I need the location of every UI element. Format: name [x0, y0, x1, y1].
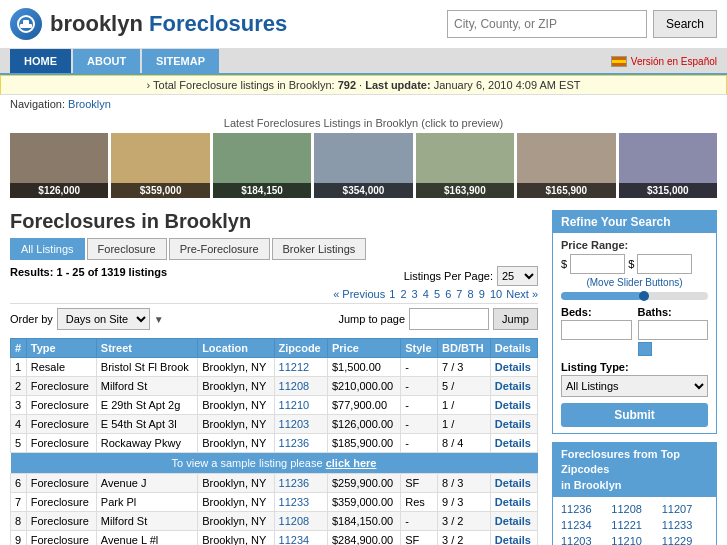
details-link[interactable]: Details: [495, 380, 531, 392]
zipcode-link[interactable]: 11212: [279, 361, 310, 373]
col-street: Street: [96, 339, 197, 358]
tab-pre-foreclosure[interactable]: Pre-Foreclosure: [169, 238, 270, 260]
prev-link[interactable]: « Previous: [333, 288, 385, 300]
featured-item-6[interactable]: $165,900: [517, 133, 615, 198]
breadcrumb: Navigation: Brooklyn: [0, 95, 727, 113]
listings-table: # Type Street Location Zipcode Price Sty…: [10, 338, 538, 545]
zipcode-item-3[interactable]: 11207: [662, 503, 708, 515]
zipcode-grid: 11236 11208 11207 11234 11221 11233 1120…: [561, 503, 708, 545]
featured-item-1[interactable]: $126,000: [10, 133, 108, 198]
zipcode-link[interactable]: 11203: [279, 418, 310, 430]
main-layout: Foreclosures in Brooklyn All Listings Fo…: [0, 204, 727, 545]
alert-bar: › Total Foreclosure listings in Brooklyn…: [0, 75, 727, 95]
per-page-area: Listings Per Page: 10 25 50 100 « Previo…: [333, 266, 538, 300]
results-bar: Results: 1 - 25 of 1319 listings Listing…: [10, 266, 538, 300]
price-min-input[interactable]: [570, 254, 625, 274]
order-jump-bar: Order by Days on Site Price Address Zipc…: [10, 303, 538, 334]
jump-button[interactable]: Jump: [493, 308, 538, 330]
dropdown-icon: ▼: [154, 314, 164, 325]
zipcode-item-8[interactable]: 11210: [611, 535, 657, 545]
zipcode-link[interactable]: 11210: [279, 399, 310, 411]
details-link[interactable]: Details: [495, 437, 531, 449]
price-max-input[interactable]: [637, 254, 692, 274]
results-count: Results: 1 - 25 of 1319 listings: [10, 266, 167, 278]
details-link[interactable]: Details: [495, 477, 531, 489]
tab-broker-listings[interactable]: Broker Listings: [272, 238, 367, 260]
price-range-label: Price Range:: [561, 239, 708, 251]
next-link[interactable]: Next »: [506, 288, 538, 300]
zipcode-item-9[interactable]: 11229: [662, 535, 708, 545]
zipcode-link[interactable]: 11208: [279, 380, 310, 392]
col-price: Price: [327, 339, 400, 358]
featured-price-2: $359,000: [111, 183, 209, 198]
featured-item-2[interactable]: $359,000: [111, 133, 209, 198]
click-here-row: To view a sample listing please click he…: [11, 453, 538, 474]
details-link[interactable]: Details: [495, 418, 531, 430]
jump-input[interactable]: [409, 308, 489, 330]
details-link[interactable]: Details: [495, 534, 531, 545]
nav-tab-home[interactable]: HOME: [10, 49, 71, 73]
table-row: 6 Foreclosure Avenue J Brooklyn, NY 1123…: [11, 474, 538, 493]
table-row: 3 Foreclosure E 29th St Apt 2g Brooklyn,…: [11, 396, 538, 415]
listing-tabs: All Listings Foreclosure Pre-Foreclosure…: [10, 238, 538, 260]
zipcode-item-4[interactable]: 11234: [561, 519, 607, 531]
order-area: Order by Days on Site Price Address Zipc…: [10, 308, 164, 330]
col-details: Details: [490, 339, 537, 358]
zipcode-link[interactable]: 11208: [279, 515, 310, 527]
tab-all-listings[interactable]: All Listings: [10, 238, 85, 260]
table-row: 2 Foreclosure Milford St Brooklyn, NY 11…: [11, 377, 538, 396]
zipcode-item-1[interactable]: 11236: [561, 503, 607, 515]
listing-type-select[interactable]: All Listings Foreclosure Pre-Foreclosure…: [561, 375, 708, 397]
featured-item-3[interactable]: $184,150: [213, 133, 311, 198]
baths-input[interactable]: [638, 320, 709, 340]
zipcode-link[interactable]: 11236: [279, 437, 310, 449]
zipcode-item-6[interactable]: 11233: [662, 519, 708, 531]
search-input[interactable]: [447, 10, 647, 38]
table-row: 5 Foreclosure Rockaway Pkwy Brooklyn, NY…: [11, 434, 538, 453]
col-location: Location: [198, 339, 274, 358]
table-row: 9 Foreclosure Avenue L #l Brooklyn, NY 1…: [11, 531, 538, 546]
zipcode-link[interactable]: 11236: [279, 477, 310, 489]
nav-bar: HOME ABOUT SITEMAP Versión en Español: [0, 49, 727, 75]
featured-images: $126,000 $359,000 $184,150 $354,000 $163…: [10, 133, 717, 198]
zipcode-item-5[interactable]: 11221: [611, 519, 657, 531]
nav-tab-sitemap[interactable]: SITEMAP: [142, 49, 219, 73]
featured-item-4[interactable]: $354,000: [314, 133, 412, 198]
per-page-select[interactable]: 10 25 50 100: [497, 266, 538, 286]
order-select[interactable]: Days on Site Price Address Zipcode: [57, 308, 150, 330]
zipcode-link[interactable]: 11234: [279, 534, 310, 545]
details-link[interactable]: Details: [495, 515, 531, 527]
featured-price-1: $126,000: [10, 183, 108, 198]
featured-section: Latest Foreclosures Listings in Brooklyn…: [0, 113, 727, 204]
slider-hint[interactable]: (Move Slider Buttons): [561, 277, 708, 288]
price-slider[interactable]: [561, 292, 708, 300]
featured-item-7[interactable]: $315,000: [619, 133, 717, 198]
spanish-flag: [611, 56, 627, 67]
details-link[interactable]: Details: [495, 496, 531, 508]
baths-slider-thumb[interactable]: [638, 342, 652, 356]
zipcode-item-2[interactable]: 11208: [611, 503, 657, 515]
logo-area: brooklyn Foreclosures: [10, 8, 447, 40]
col-style: Style: [401, 339, 438, 358]
featured-price-4: $354,000: [314, 183, 412, 198]
zipcode-link[interactable]: 11233: [279, 496, 310, 508]
details-link[interactable]: Details: [495, 399, 531, 411]
submit-button[interactable]: Submit: [561, 403, 708, 427]
sidebar-zipcodes: Foreclosures from Top Zipcodes in Brookl…: [552, 442, 717, 545]
nav-tab-about[interactable]: ABOUT: [73, 49, 140, 73]
featured-title: Latest Foreclosures Listings in Brooklyn…: [10, 117, 717, 129]
search-area: Search: [447, 10, 717, 38]
tab-foreclosure[interactable]: Foreclosure: [87, 238, 167, 260]
featured-price-6: $165,900: [517, 183, 615, 198]
click-here-link[interactable]: click here: [326, 457, 377, 469]
breadcrumb-link[interactable]: Brooklyn: [68, 98, 111, 110]
beds-input[interactable]: [561, 320, 632, 340]
spanish-link[interactable]: Versión en Español: [611, 56, 717, 67]
details-link[interactable]: Details: [495, 361, 531, 373]
table-row: 7 Foreclosure Park Pl Brooklyn, NY 11233…: [11, 493, 538, 512]
featured-item-5[interactable]: $163,900: [416, 133, 514, 198]
beds-baths-row: Beds: Baths:: [561, 306, 708, 356]
zipcode-item-7[interactable]: 11203: [561, 535, 607, 545]
search-button[interactable]: Search: [653, 10, 717, 38]
table-row: 8 Foreclosure Milford St Brooklyn, NY 11…: [11, 512, 538, 531]
